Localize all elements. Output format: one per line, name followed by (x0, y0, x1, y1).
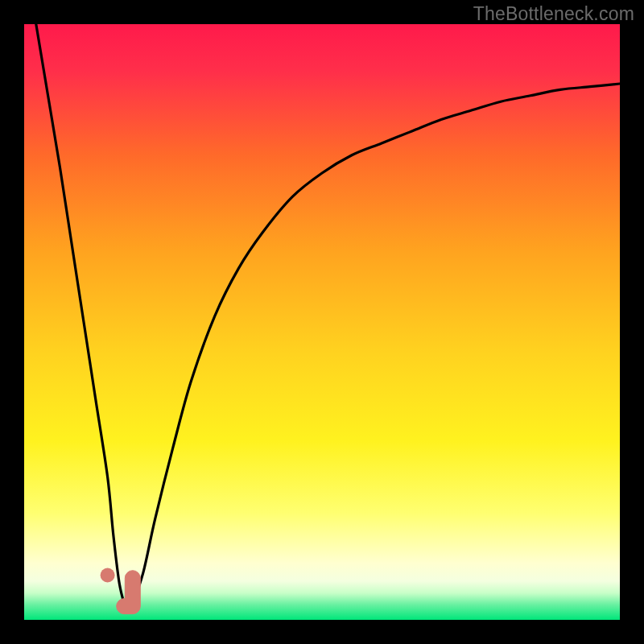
watermark-text: TheBottleneck.com (473, 3, 634, 25)
chart-frame: TheBottleneck.com (0, 0, 644, 644)
trough-marker-dot (101, 568, 115, 583)
chart-svg (24, 24, 620, 620)
plot-area (24, 24, 620, 620)
